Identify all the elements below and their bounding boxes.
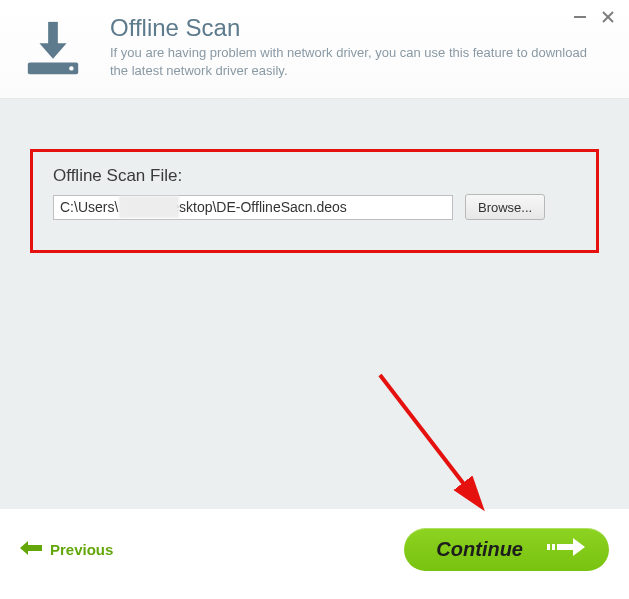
footer: Previous Continue: [0, 509, 629, 589]
file-select-panel: Offline Scan File: Browse...: [30, 149, 599, 253]
svg-marker-3: [39, 43, 66, 59]
file-path-input[interactable]: [53, 195, 453, 220]
header: Offline Scan If you are having problem w…: [0, 0, 629, 99]
arrow-right-icon: [547, 538, 585, 560]
previous-button[interactable]: Previous: [20, 541, 113, 558]
redaction-overlay: [119, 196, 179, 218]
svg-rect-12: [557, 544, 573, 550]
file-input-wrap: [53, 195, 453, 220]
file-row: Browse...: [53, 194, 576, 220]
previous-label: Previous: [50, 541, 113, 558]
continue-button[interactable]: Continue: [404, 528, 609, 571]
download-icon: [22, 18, 84, 80]
page-subtitle: If you are having problem with network d…: [110, 44, 590, 80]
svg-rect-2: [48, 22, 58, 45]
continue-label: Continue: [436, 538, 523, 561]
minimize-button[interactable]: [571, 8, 589, 26]
file-label: Offline Scan File:: [53, 166, 576, 186]
svg-rect-11: [552, 544, 555, 550]
svg-marker-9: [20, 541, 42, 555]
svg-marker-13: [573, 538, 585, 556]
window-controls: [571, 8, 617, 26]
svg-line-8: [380, 375, 480, 505]
svg-rect-10: [547, 544, 550, 550]
page-title: Offline Scan: [110, 14, 613, 42]
annotation-arrow-icon: [360, 355, 520, 529]
svg-point-1: [69, 66, 73, 70]
close-button[interactable]: [599, 8, 617, 26]
arrow-left-icon: [20, 541, 42, 558]
browse-button[interactable]: Browse...: [465, 194, 545, 220]
header-text: Offline Scan If you are having problem w…: [110, 12, 613, 80]
content-area: Offline Scan File: Browse...: [0, 99, 629, 509]
